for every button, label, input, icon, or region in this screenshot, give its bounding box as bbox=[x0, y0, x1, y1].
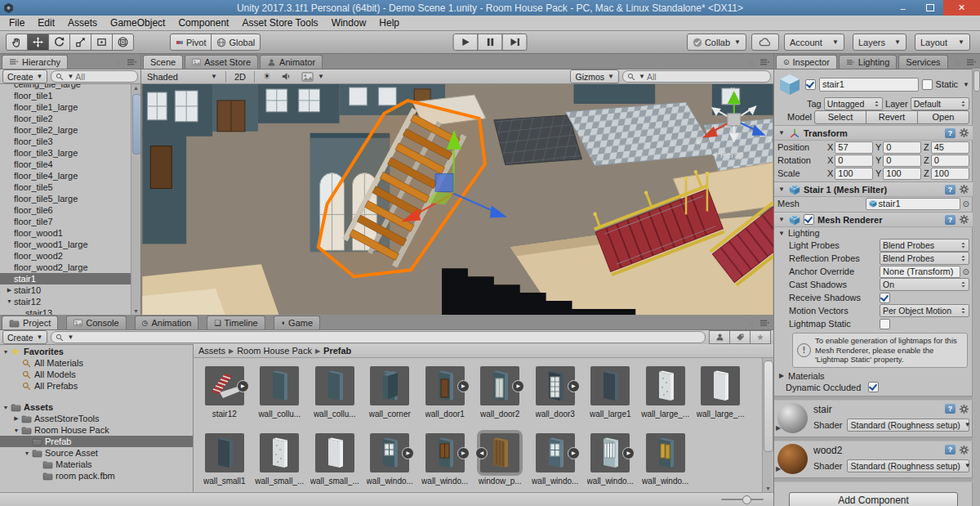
tree-item-all-models[interactable]: All Models bbox=[0, 369, 193, 380]
panel-menu-icon[interactable] bbox=[760, 58, 770, 67]
hierarchy-item[interactable]: floor_wood2_large bbox=[0, 262, 140, 273]
hierarchy-item[interactable]: floor_tile4 bbox=[0, 159, 140, 170]
asset-thumbnail[interactable] bbox=[260, 433, 299, 472]
position-z-field[interactable]: 45 bbox=[931, 141, 969, 154]
hierarchy-item[interactable]: floor_tile1_large bbox=[0, 101, 140, 113]
tab-inspector[interactable]: ⊙Inspector bbox=[776, 55, 837, 69]
asset-thumbnail[interactable]: ◀ bbox=[480, 433, 519, 472]
asset-thumbnail[interactable] bbox=[370, 366, 409, 405]
asset-thumbnail[interactable] bbox=[646, 433, 685, 472]
scene-lighting-toggle[interactable]: ☀ bbox=[260, 71, 274, 83]
position-y-field[interactable]: 0 bbox=[883, 141, 921, 154]
tab-timeline[interactable]: ❑Timeline bbox=[207, 316, 265, 329]
material-preview-sphere[interactable] bbox=[777, 444, 808, 474]
tree-item-room-house-pack[interactable]: ▼Room House Pack bbox=[0, 424, 193, 436]
hierarchy-item[interactable]: floor_wood2 bbox=[0, 250, 140, 262]
asset-item-wall-door2[interactable]: ▶wall_door2 bbox=[473, 363, 528, 419]
tab-lighting[interactable]: Lighting bbox=[839, 55, 898, 69]
asset-item-wall-small-[interactable]: wall_small_... bbox=[307, 430, 363, 486]
asset-thumbnail[interactable] bbox=[205, 433, 244, 472]
hand-tool-button[interactable] bbox=[6, 34, 28, 51]
scene-viewport[interactable]: y x z ◄ Persp bbox=[141, 84, 773, 316]
gear-icon[interactable] bbox=[959, 184, 969, 195]
tab-game[interactable]: ◖Game bbox=[274, 316, 320, 329]
asset-thumbnail[interactable]: ▶ bbox=[536, 366, 575, 405]
maximize-button[interactable] bbox=[916, 0, 943, 16]
asset-thumbnail[interactable]: ▶ bbox=[536, 433, 575, 472]
hierarchy-item[interactable]: floor_tile2 bbox=[0, 113, 140, 124]
lock-icon[interactable] bbox=[746, 318, 755, 328]
cast-shadows-dropdown[interactable]: On bbox=[880, 278, 969, 291]
panel-menu-icon[interactable] bbox=[127, 58, 137, 67]
gear-icon[interactable] bbox=[959, 404, 969, 414]
asset-thumbnail[interactable]: ▶ bbox=[205, 366, 244, 405]
asset-item-wall-windo-[interactable]: ▶wall_windo... bbox=[363, 430, 418, 486]
tag-dropdown[interactable]: Untagged bbox=[824, 97, 883, 110]
asset-item-wall-door3[interactable]: ▶wall_door3 bbox=[528, 363, 583, 419]
tab-project[interactable]: Project bbox=[2, 316, 58, 329]
receive-shadows-checkbox[interactable] bbox=[880, 293, 890, 303]
asset-thumbnail[interactable]: ▶ bbox=[370, 433, 409, 472]
scale-x-field[interactable]: 100 bbox=[835, 168, 873, 180]
close-button[interactable]: ✕ bbox=[943, 0, 980, 16]
tree-item-source-asset[interactable]: ▼Source Asset bbox=[0, 447, 193, 459]
model-open-button[interactable]: Open bbox=[917, 110, 969, 124]
asset-item-wall-windo-[interactable]: ▶wall_windo... bbox=[528, 430, 583, 486]
asset-thumbnail[interactable]: ▶ bbox=[590, 433, 630, 472]
prefab-expand-badge-icon[interactable]: ▶ bbox=[402, 447, 414, 459]
asset-item-wall-windo-[interactable]: wall_windo... bbox=[638, 430, 693, 486]
model-select-button[interactable]: Select bbox=[814, 110, 866, 124]
rotate-tool-button[interactable] bbox=[48, 34, 70, 51]
asset-thumbnail[interactable]: ▶ bbox=[425, 366, 465, 405]
prefab-expand-badge-icon[interactable]: ▶ bbox=[237, 380, 249, 392]
motion-vectors-dropdown[interactable]: Per Object Motion bbox=[880, 304, 969, 317]
shader-dropdown[interactable]: Standard (Roughness setup)▼ bbox=[847, 459, 969, 472]
pause-button[interactable] bbox=[478, 34, 503, 51]
hierarchy-item[interactable]: floor_tile3_large bbox=[0, 147, 140, 159]
menu-window[interactable]: Window bbox=[325, 16, 373, 30]
hierarchy-item[interactable]: floor_tile1 bbox=[0, 90, 140, 101]
gizmos-dropdown[interactable]: Gizmos▼ bbox=[570, 69, 619, 83]
scene-search-input[interactable]: ▼ All bbox=[622, 70, 771, 83]
play-button[interactable] bbox=[453, 34, 479, 51]
gear-icon[interactable] bbox=[959, 445, 969, 455]
asset-item-stair12[interactable]: ▶stair12 bbox=[197, 363, 252, 419]
breadcrumb-room-house-pack[interactable]: Room House Pack bbox=[237, 346, 312, 356]
asset-thumbnail[interactable] bbox=[315, 366, 354, 405]
asset-item-wall-corner[interactable]: wall_corner bbox=[363, 363, 418, 419]
asset-item-wall-door1[interactable]: ▶wall_door1 bbox=[417, 363, 473, 419]
hierarchy-item[interactable]: ceiling_tile_large bbox=[0, 84, 140, 90]
tree-item-prefab[interactable]: Prefab bbox=[0, 436, 193, 447]
move-tool-button[interactable] bbox=[27, 34, 49, 51]
asset-item-wall-collu-[interactable]: wall_collu... bbox=[252, 363, 308, 419]
asset-item-wall-windo-[interactable]: ▶wall_windo... bbox=[583, 430, 639, 486]
search-by-type-button[interactable] bbox=[709, 330, 730, 344]
prefab-expand-badge-icon[interactable]: ▶ bbox=[568, 380, 580, 392]
tree-item-room-pack-fbm[interactable]: room pack.fbm bbox=[0, 470, 193, 481]
asset-thumbnail[interactable] bbox=[315, 433, 354, 472]
layout-dropdown[interactable]: Layout▼ bbox=[915, 34, 970, 51]
position-x-field[interactable]: 57 bbox=[835, 141, 873, 154]
tree-item-materials[interactable]: Materials bbox=[0, 459, 193, 470]
lock-icon[interactable] bbox=[953, 57, 962, 67]
lightmap-static-checkbox[interactable] bbox=[880, 319, 890, 329]
hierarchy-item[interactable]: floor_tile3 bbox=[0, 136, 140, 147]
scene-audio-toggle[interactable] bbox=[278, 71, 295, 83]
create-button[interactable]: Create▼ bbox=[2, 330, 47, 344]
foldout-icon[interactable]: ▼ bbox=[12, 428, 20, 433]
object-picker-icon[interactable]: ⊙ bbox=[963, 199, 969, 208]
dynamic-occluded-checkbox[interactable] bbox=[868, 382, 879, 392]
thumbnail-zoom-slider[interactable] bbox=[721, 499, 764, 500]
prefab-expand-badge-icon[interactable]: ▶ bbox=[568, 447, 580, 459]
foldout-icon[interactable]: ▼ bbox=[777, 129, 786, 137]
hierarchy-item[interactable]: stair1 bbox=[0, 273, 140, 284]
add-component-button[interactable]: Add Component bbox=[789, 492, 958, 506]
tab-animation[interactable]: ◷Animation bbox=[135, 316, 199, 329]
foldout-icon[interactable]: ▼ bbox=[777, 186, 786, 193]
foldout-icon[interactable]: ▼ bbox=[2, 405, 10, 410]
step-button[interactable] bbox=[502, 34, 528, 51]
collab-button[interactable]: Collab▼ bbox=[687, 34, 746, 51]
rotation-z-field[interactable]: 0 bbox=[931, 154, 969, 167]
minimize-button[interactable]: – bbox=[889, 0, 916, 16]
slider-knob[interactable] bbox=[742, 495, 751, 504]
